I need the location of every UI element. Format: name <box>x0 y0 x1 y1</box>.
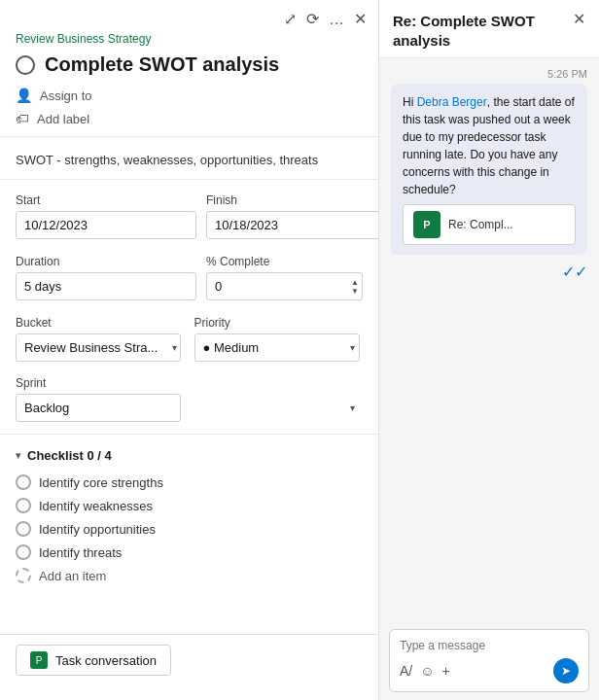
sprint-label: Sprint <box>16 376 46 390</box>
task-conversation-button[interactable]: P Task conversation <box>16 645 171 676</box>
bucket-label: Bucket <box>16 316 185 330</box>
checklist-toggle-icon: ▾ <box>16 449 21 462</box>
close-icon[interactable]: ✕ <box>354 10 367 28</box>
message-attachment[interactable]: P Re: Compl... <box>403 204 576 245</box>
add-item-icon <box>16 568 31 583</box>
duration-fields: Duration % Complete ▲ ▼ <box>0 247 378 308</box>
task-conv-icon: P <box>30 651 48 669</box>
message-body-before: Hi <box>403 95 417 109</box>
project-label[interactable]: Review Business Strategy <box>0 32 378 50</box>
start-input[interactable] <box>16 211 196 239</box>
send-icon: ➤ <box>561 664 571 678</box>
attachment-icon: P <box>413 211 440 238</box>
right-panel-header: Re: Complete SWOT analysis ✕ <box>379 0 599 58</box>
add-item-row[interactable]: Add an item <box>16 564 363 587</box>
history-icon[interactable]: ⟳ <box>306 10 319 28</box>
add-label: Add label <box>37 112 89 126</box>
add-item-label: Add an item <box>39 569 106 583</box>
format-icon[interactable]: A/ <box>400 663 412 679</box>
task-title-row: Complete SWOT analysis <box>0 50 378 84</box>
task-conv-icon-letter: P <box>36 655 43 666</box>
start-group: Start <box>16 193 196 239</box>
duration-label: Duration <box>16 255 196 268</box>
task-title: Complete SWOT analysis <box>45 53 279 76</box>
panel-title: Re: Complete SWOT analysis <box>393 12 573 50</box>
message-input-area: A/ ☺ + ➤ <box>389 629 589 692</box>
check-circle-2[interactable] <box>16 498 31 513</box>
divider-2 <box>0 179 378 180</box>
finish-group: Finish <box>206 193 379 239</box>
pct-wrapper: ▲ ▼ <box>206 272 363 300</box>
priority-select[interactable]: ● Medium <box>194 333 360 362</box>
message-toolbar: A/ ☺ + ➤ <box>400 658 579 683</box>
sprint-select-wrapper: Backlog ▾ <box>16 394 363 422</box>
read-receipt: ✓✓ <box>391 262 587 281</box>
pct-input[interactable] <box>206 272 363 300</box>
task-conversation-label: Task conversation <box>55 653 157 668</box>
bucket-select-wrapper: Review Business Stra... ▾ <box>16 333 185 362</box>
check-circle-1[interactable] <box>16 474 31 490</box>
pct-label: % Complete <box>206 255 363 268</box>
label-row[interactable]: 🏷 Add label <box>0 107 378 130</box>
message-body-after: , the start date of this task was pushed… <box>403 95 575 196</box>
pct-up-arrow[interactable]: ▲ <box>351 278 359 286</box>
finish-input[interactable] <box>206 211 379 239</box>
priority-select-wrapper: ● Medium ▾ <box>194 333 364 362</box>
spacer <box>0 595 378 634</box>
messages-area: 5:26 PM Hi Debra Berger, the start date … <box>379 58 599 621</box>
duration-group: Duration <box>16 255 196 300</box>
right-panel-close-button[interactable]: ✕ <box>573 12 585 27</box>
sprint-arrow-icon: ▾ <box>350 402 355 413</box>
list-item[interactable]: Identify opportunities <box>16 517 363 541</box>
list-item[interactable]: Identify core strengths <box>16 471 363 494</box>
right-panel: Re: Complete SWOT analysis ✕ 5:26 PM Hi … <box>379 0 599 700</box>
message-input[interactable] <box>400 639 579 652</box>
message-tool-icons: A/ ☺ + <box>400 663 450 679</box>
assign-row[interactable]: 👤 Assign to <box>0 84 378 107</box>
finish-label: Finish <box>206 193 379 207</box>
bucket-priority-row: Bucket Review Business Stra... ▾ Priorit… <box>0 308 378 369</box>
list-item[interactable]: Identify threats <box>16 541 363 564</box>
assign-icon: 👤 <box>16 88 32 103</box>
duration-input[interactable] <box>16 272 196 300</box>
checklist-title: Checklist 0 / 4 <box>27 448 112 463</box>
message-bubble: Hi Debra Berger, the start date of this … <box>391 84 587 255</box>
check-circle-3[interactable] <box>16 521 31 537</box>
task-checkbox[interactable] <box>16 55 35 75</box>
left-panel: ⤢ ⟳ … ✕ Review Business Strategy Complet… <box>0 0 379 700</box>
pct-down-arrow[interactable]: ▼ <box>351 287 359 295</box>
divider-1 <box>0 136 378 137</box>
checklist-item-label: Identify weaknesses <box>39 499 153 513</box>
attachment-label: Re: Compl... <box>448 216 513 233</box>
list-item[interactable]: Identify weaknesses <box>16 494 363 517</box>
start-label: Start <box>16 193 196 207</box>
divider-3 <box>0 434 378 435</box>
sprint-select[interactable]: Backlog <box>16 394 181 422</box>
label-icon: 🏷 <box>16 111 29 126</box>
task-header: ⤢ ⟳ … ✕ <box>0 0 378 32</box>
message-sender-link[interactable]: Debra Berger <box>417 95 487 109</box>
more-icon[interactable]: … <box>329 11 344 28</box>
checklist-item-label: Identify core strengths <box>39 475 163 490</box>
date-fields: Start Finish <box>0 186 378 247</box>
checklist-item-label: Identify threats <box>39 545 122 560</box>
assign-label: Assign to <box>40 88 91 103</box>
message-timestamp: 5:26 PM <box>391 68 587 80</box>
pct-group: % Complete ▲ ▼ <box>206 255 363 300</box>
checklist-item-label: Identify opportunities <box>39 522 156 537</box>
checklist-section: ▾ Checklist 0 / 4 Identify core strength… <box>0 440 378 595</box>
priority-group: Priority ● Medium ▾ <box>194 316 364 362</box>
bucket-group: Bucket Review Business Stra... ▾ <box>16 316 185 362</box>
expand-icon[interactable]: ⤢ <box>284 10 297 28</box>
checklist-header[interactable]: ▾ Checklist 0 / 4 <box>16 448 363 463</box>
sprint-row: Sprint Backlog ▾ <box>0 369 378 428</box>
description: SWOT - strengths, weaknesses, opportunit… <box>0 143 378 173</box>
send-button[interactable]: ➤ <box>553 658 579 683</box>
check-circle-4[interactable] <box>16 544 31 560</box>
pct-arrows: ▲ ▼ <box>351 278 359 295</box>
bottom-bar: P Task conversation <box>0 634 378 685</box>
priority-label: Priority <box>194 316 364 330</box>
attach-button[interactable]: + <box>442 663 450 679</box>
emoji-icon[interactable]: ☺ <box>420 663 434 679</box>
bucket-select[interactable]: Review Business Stra... <box>16 333 181 362</box>
